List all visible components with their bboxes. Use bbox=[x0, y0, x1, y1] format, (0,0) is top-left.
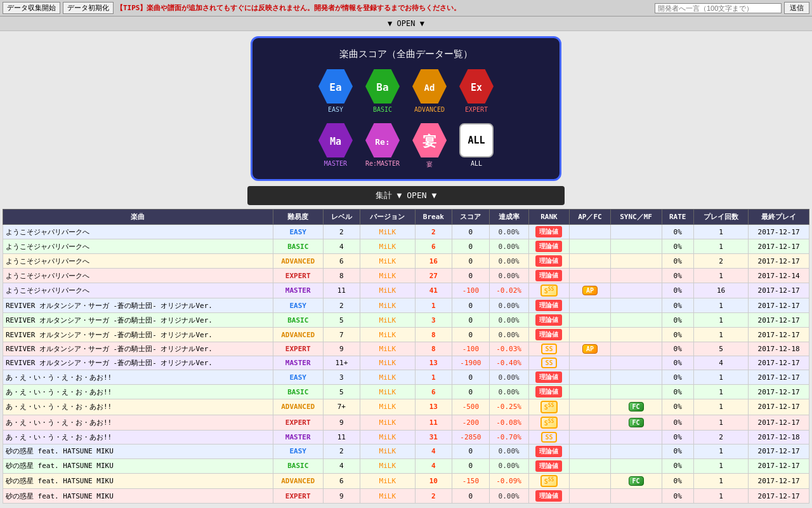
break-cell: 41 bbox=[415, 283, 452, 298]
table-row: 砂の惑星 feat. HATSUNE MIKUEXPERT9MiLK200.00… bbox=[3, 489, 809, 504]
version-cell: MiLK bbox=[360, 489, 415, 504]
rate-val-cell: 0% bbox=[662, 385, 693, 399]
rate-val-cell: 0% bbox=[662, 342, 693, 356]
sync-cell: FC bbox=[610, 399, 662, 415]
rank-cell: SS bbox=[528, 356, 570, 370]
rate-cell: 0.00% bbox=[489, 269, 528, 283]
version-cell: MiLK bbox=[360, 269, 415, 283]
rate-val-cell: 0% bbox=[662, 430, 693, 444]
svg-text:Re:: Re: bbox=[375, 137, 390, 147]
sync-cell bbox=[610, 444, 662, 458]
rate-cell: 0.00% bbox=[489, 328, 528, 342]
song-name: ようこそジャパリパークへ bbox=[3, 283, 273, 298]
rank-cell: 理論値 bbox=[528, 313, 570, 328]
score-table: 楽曲 難易度 レベル バージョン Break スコア 達成率 RANK AP／F… bbox=[3, 209, 809, 504]
break-cell: 1 bbox=[415, 370, 452, 385]
table-row: あ・え・い・う・え・お・あお!!EXPERT9MiLK11-200-0.08%S… bbox=[3, 415, 809, 430]
remaster-label: Re:MASTER bbox=[365, 160, 400, 167]
plays-cell: 1 bbox=[693, 328, 748, 342]
score-cell: 0 bbox=[452, 328, 489, 342]
break-cell: 8 bbox=[415, 342, 452, 356]
dev-input[interactable] bbox=[655, 3, 782, 13]
diff-cell: MASTER bbox=[273, 430, 323, 444]
version-cell: MiLK bbox=[360, 283, 415, 298]
utage-label: 宴 bbox=[426, 160, 433, 169]
level-cell: 9 bbox=[323, 342, 360, 356]
lastplay-cell: 2017-12-17 bbox=[749, 313, 809, 328]
rank-cell: SS bbox=[528, 342, 570, 356]
song-name: REVIVER オルタンシア・サーガ -蒼の騎士団- オリジナルVer. bbox=[3, 356, 273, 370]
diff-cell: BASIC bbox=[273, 239, 323, 254]
svg-text:Ma: Ma bbox=[330, 136, 341, 147]
table-row: REVIVER オルタンシア・サーガ -蒼の騎士団- オリジナルVer.ADVA… bbox=[3, 328, 809, 342]
table-row: 砂の惑星 feat. HATSUNE MIKUADVANCED6MiLK10-1… bbox=[3, 473, 809, 488]
diff-cell: ADVANCED bbox=[273, 473, 323, 488]
summary-panel[interactable]: 集計 ▼ OPEN ▼ bbox=[247, 186, 565, 205]
version-cell: MiLK bbox=[360, 313, 415, 328]
th-rank: RANK bbox=[528, 210, 570, 225]
break-cell: 4 bbox=[415, 444, 452, 458]
score-cell: 0 bbox=[452, 254, 489, 269]
svg-text:宴: 宴 bbox=[422, 133, 436, 149]
diff-item-easy[interactable]: Ea EASY bbox=[318, 69, 353, 113]
song-name: 砂の惑星 feat. HATSUNE MIKU bbox=[3, 444, 273, 458]
collect-button[interactable]: データ収集開始 bbox=[3, 2, 60, 14]
diff-cell: EXPERT bbox=[273, 489, 323, 504]
rate-cell: -0.40% bbox=[489, 356, 528, 370]
sync-cell bbox=[610, 342, 662, 356]
score-panel-title: 楽曲スコア（全曲データー覧） bbox=[265, 48, 547, 60]
diff-cell: BASIC bbox=[273, 458, 323, 473]
easy-label: EASY bbox=[328, 106, 343, 113]
rate-val-cell: 0% bbox=[662, 370, 693, 385]
rate-val-cell: 0% bbox=[662, 225, 693, 239]
th-level: レベル bbox=[323, 210, 360, 225]
level-cell: 6 bbox=[323, 254, 360, 269]
apfc-cell bbox=[570, 489, 610, 504]
diff-item-advanced[interactable]: Ad ADVANCED bbox=[412, 69, 447, 113]
diff-item-master[interactable]: Ma MASTER bbox=[318, 123, 353, 169]
song-name: 砂の惑星 feat. HATSUNE MIKU bbox=[3, 489, 273, 504]
th-song: 楽曲 bbox=[3, 210, 273, 225]
rate-cell: -0.25% bbox=[489, 399, 528, 415]
rank-cell: 理論値 bbox=[528, 239, 570, 254]
rate-val-cell: 0% bbox=[662, 269, 693, 283]
rate-cell: 0.00% bbox=[489, 313, 528, 328]
rate-val-cell: 0% bbox=[662, 283, 693, 298]
sync-cell bbox=[610, 458, 662, 473]
diff-item-basic[interactable]: Ba BASIC bbox=[365, 69, 400, 113]
score-cell: -500 bbox=[452, 399, 489, 415]
break-cell: 6 bbox=[415, 385, 452, 399]
diff-item-remaster[interactable]: Re: Re:MASTER bbox=[365, 123, 400, 169]
score-cell: 0 bbox=[452, 225, 489, 239]
apfc-cell bbox=[570, 328, 610, 342]
th-diff: 難易度 bbox=[273, 210, 323, 225]
diff-item-expert[interactable]: Ex EXPERT bbox=[459, 69, 494, 113]
difficulty-icons-row2: Ma MASTER Re: Re:MASTER 宴 bbox=[265, 123, 547, 169]
remaster-icon: Re: bbox=[365, 123, 400, 157]
open-panel[interactable]: ▼ OPEN ▼ bbox=[0, 17, 812, 31]
table-row: REVIVER オルタンシア・サーガ -蒼の騎士団- オリジナルVer.MAST… bbox=[3, 356, 809, 370]
song-name: あ・え・い・う・え・お・あお!! bbox=[3, 415, 273, 430]
table-row: REVIVER オルタンシア・サーガ -蒼の騎士団- オリジナルVer.EASY… bbox=[3, 298, 809, 313]
th-sync: SYNC／MF bbox=[610, 210, 662, 225]
song-name: ようこそジャパリパークへ bbox=[3, 239, 273, 254]
song-name: 砂の惑星 feat. HATSUNE MIKU bbox=[3, 473, 273, 488]
sync-cell bbox=[610, 269, 662, 283]
song-name: あ・え・い・う・え・お・あお!! bbox=[3, 385, 273, 399]
level-cell: 3 bbox=[323, 370, 360, 385]
lastplay-cell: 2017-12-14 bbox=[749, 269, 809, 283]
score-cell: 0 bbox=[452, 489, 489, 504]
table-header-row: 楽曲 難易度 レベル バージョン Break スコア 達成率 RANK AP／F… bbox=[3, 210, 809, 225]
level-cell: 2 bbox=[323, 225, 360, 239]
break-cell: 13 bbox=[415, 356, 452, 370]
diff-item-all[interactable]: ALL ALL bbox=[459, 123, 494, 169]
level-cell: 2 bbox=[323, 444, 360, 458]
sync-cell bbox=[610, 225, 662, 239]
init-button[interactable]: データ初期化 bbox=[63, 2, 114, 14]
score-cell: -100 bbox=[452, 283, 489, 298]
diff-item-utage[interactable]: 宴 宴 bbox=[412, 123, 447, 169]
send-button[interactable]: 送信 bbox=[784, 2, 809, 14]
version-cell: MiLK bbox=[360, 356, 415, 370]
break-cell: 3 bbox=[415, 313, 452, 328]
song-name: 砂の惑星 feat. HATSUNE MIKU bbox=[3, 458, 273, 473]
